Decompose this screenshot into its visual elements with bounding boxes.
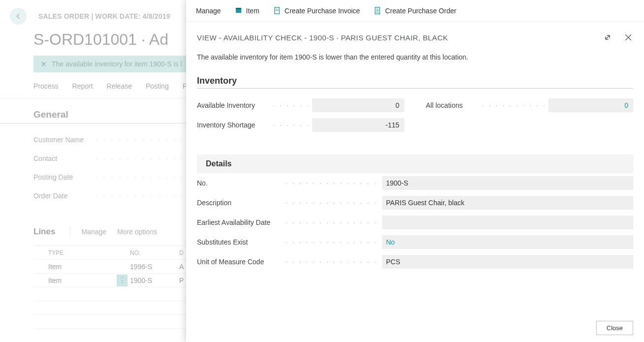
posting-date-label: Posting Date [33,173,93,181]
arrow-left-icon [14,12,22,20]
pane-create-order[interactable]: Create Purchase Order [374,7,456,15]
uom-label: Unit of Measure Code [197,258,286,266]
order-date-label: Order Date [33,192,93,200]
cmd-report[interactable]: Report [72,82,93,93]
uom-value: PCS [382,255,633,269]
pane-subtitle: VIEW - AVAILABILITY CHECK - 1900-S · PAR… [197,33,448,42]
substitutes-value[interactable]: No [382,235,633,249]
box-icon [235,7,242,14]
pane-item[interactable]: Item [235,7,259,15]
available-inventory-label: Available Inventory [197,101,271,109]
ead-value [382,216,633,229]
all-locations-value[interactable]: 0 [548,98,633,112]
all-locations-label: All locations [426,101,480,109]
inventory-shortage-value: -115 [312,118,404,132]
lines-manage[interactable]: Manage [81,228,106,236]
invoice-icon [273,7,281,14]
close-button[interactable]: Close [596,321,633,335]
lines-more[interactable]: More options [117,228,157,236]
notification-text: The available inventory for item 1900-S … [52,60,182,68]
available-inventory-value: 0 [312,98,404,112]
svg-rect-1 [235,8,241,9]
back-button[interactable] [10,8,27,25]
breadcrumb: SALES ORDER | WORK DATE: 4/8/2019 [38,12,170,20]
description-value: PARIS Guest Chair, black [382,196,633,210]
substitutes-label: Substitutes Exist [197,238,286,246]
row-menu-icon[interactable]: ⋮ [117,275,128,286]
lines-title: Lines [33,227,70,237]
close-icon[interactable] [623,32,633,42]
close-icon[interactable]: ✕ [40,60,47,69]
no-value: 1900-S [382,176,633,190]
cmd-posting[interactable]: Posting [146,82,169,93]
cmd-process[interactable]: Process [33,82,59,93]
no-label: No. [197,179,286,187]
customer-name-label: Customer Name [33,136,93,144]
order-icon [374,7,381,14]
description-label: Description [197,199,286,207]
inventory-shortage-label: Inventory Shortage [197,121,271,129]
availability-check-pane: Manage Item Create Purchase Invoice Crea… [186,0,644,342]
details-section-title: Details [197,155,633,173]
cmd-release[interactable]: Release [107,82,132,93]
expand-icon[interactable] [603,32,612,42]
col-type[interactable]: TYPE [45,249,114,256]
inventory-section-title: Inventory [197,61,633,89]
pane-action-bar: Manage Item Create Purchase Invoice Crea… [186,0,644,22]
col-no[interactable]: NO. [130,249,179,256]
pane-create-invoice[interactable]: Create Purchase Invoice [273,7,360,15]
svg-rect-0 [235,9,241,13]
contact-label: Contact [33,155,93,162]
pane-manage[interactable]: Manage [196,7,221,15]
pane-message: The available inventory for item 1900-S … [186,42,644,61]
ead-label: Earliest Availability Date [197,218,286,226]
